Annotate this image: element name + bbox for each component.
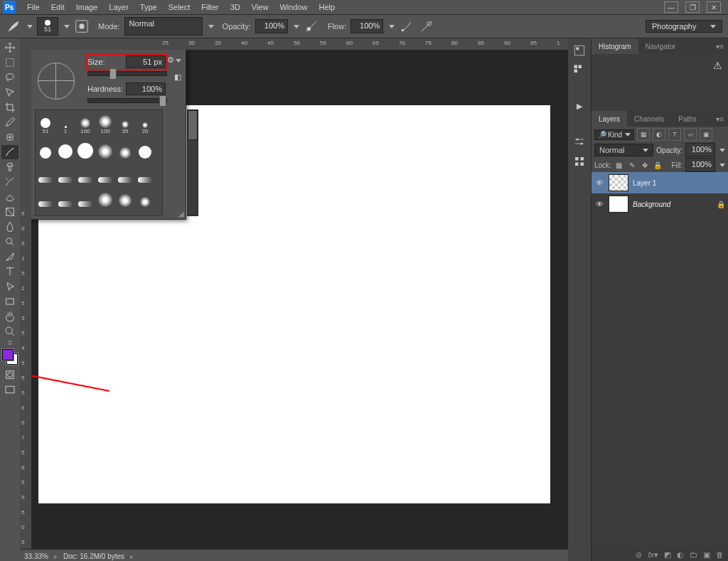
layer-opacity-input[interactable]: 100% [685, 143, 715, 157]
quick-select-tool[interactable] [1, 85, 18, 100]
filter-adjust-icon[interactable]: ◐ [653, 128, 665, 141]
filter-type-icon[interactable]: T [668, 128, 681, 141]
menu-type[interactable]: Type [134, 3, 163, 11]
brush-preset[interactable] [95, 134, 115, 159]
document-info[interactable]: Doc: 16.2M/0 bytes [63, 552, 124, 560]
histogram-warning-icon[interactable]: ⚠ [713, 60, 722, 71]
brush-hardness-input[interactable]: 100% [126, 82, 166, 95]
tab-navigator[interactable]: Navigator [638, 38, 683, 54]
path-select-tool[interactable] [1, 279, 18, 294]
crop-tool[interactable] [1, 100, 18, 114]
layer-thumbnail[interactable] [609, 174, 628, 191]
zoom-tool[interactable] [1, 324, 18, 338]
filter-smart-icon[interactable]: ▣ [700, 128, 712, 141]
tab-channels[interactable]: Channels [627, 111, 671, 127]
history-panel-icon[interactable]: ▶ [572, 98, 587, 114]
menu-image[interactable]: Image [70, 3, 104, 11]
pen-tool[interactable] [1, 250, 18, 264]
brush-preset[interactable]: 100 [95, 110, 115, 134]
brush-tool[interactable] [1, 145, 18, 159]
brush-preset[interactable] [135, 134, 155, 159]
flow-caret[interactable] [389, 25, 395, 28]
brush-preset[interactable] [75, 183, 95, 207]
lock-all-icon[interactable]: 🔒 [653, 160, 663, 170]
brush-preset[interactable] [95, 183, 115, 207]
window-minimize-button[interactable]: — [664, 1, 678, 13]
swap-colors-icon[interactable] [1, 339, 18, 346]
lock-position-icon[interactable]: ✥ [640, 160, 650, 170]
type-tool[interactable] [1, 265, 18, 279]
tab-paths[interactable]: Paths [671, 111, 704, 127]
eraser-tool[interactable] [1, 190, 18, 204]
window-restore-button[interactable]: ❐ [685, 1, 700, 13]
menu-layer[interactable]: Layer [103, 3, 134, 11]
menu-help[interactable]: Help [314, 3, 341, 11]
brush-preset[interactable] [115, 134, 135, 159]
brush-preset[interactable] [55, 159, 75, 183]
brush-preset[interactable] [75, 134, 95, 159]
blur-tool[interactable] [1, 220, 18, 234]
brush-preset[interactable] [115, 207, 135, 216]
move-tool[interactable] [1, 41, 18, 55]
menu-edit[interactable]: Edit [46, 3, 70, 11]
history-brush-tool[interactable] [1, 175, 18, 189]
brush-preset[interactable]: 100 [75, 110, 95, 134]
brush-preset[interactable] [55, 207, 75, 216]
screen-mode-toggle[interactable] [1, 383, 18, 397]
foreground-color-swatch[interactable] [2, 349, 14, 360]
brush-preset[interactable]: 35 [115, 110, 135, 134]
brush-preset[interactable]: 1 [55, 110, 75, 134]
brush-preset[interactable] [75, 159, 95, 183]
opacity-caret[interactable] [294, 25, 299, 28]
menu-file[interactable]: File [21, 3, 46, 11]
brush-preset[interactable]: 50 [95, 207, 115, 216]
brush-preset[interactable] [36, 183, 55, 207]
color-panel-icon[interactable] [572, 43, 587, 58]
layer-name[interactable]: Layer 1 [633, 179, 656, 187]
blend-mode-select[interactable]: Normal [124, 17, 203, 36]
marquee-tool[interactable] [1, 55, 18, 70]
layer-mask-icon[interactable]: ◩ [664, 550, 671, 560]
menu-select[interactable]: Select [163, 3, 196, 11]
brush-preset[interactable] [36, 134, 55, 159]
tablet-pressure-size-icon[interactable] [419, 18, 434, 34]
styles-panel-icon[interactable] [572, 154, 587, 169]
lasso-tool[interactable] [1, 70, 18, 85]
brush-preset[interactable] [36, 207, 55, 216]
lock-transparency-icon[interactable]: ▦ [614, 160, 624, 170]
layers-panel-menu-icon[interactable]: ▾≡ [712, 115, 728, 123]
flow-input[interactable]: 100% [350, 19, 383, 33]
color-swatches[interactable] [2, 349, 18, 365]
brush-preset[interactable] [36, 159, 55, 183]
brush-panel-gear-icon[interactable]: ⚙ [167, 55, 181, 65]
new-group-icon[interactable]: 🗀 [690, 550, 697, 559]
new-layer-icon[interactable]: ▣ [703, 550, 710, 560]
opacity-input[interactable]: 100% [255, 19, 288, 33]
document-viewport[interactable]: Size: 51 px Hardness: 100% ⚙ ◧ 51 1 100 … [31, 50, 569, 550]
layer-thumbnail[interactable] [609, 196, 628, 213]
clone-stamp-tool[interactable] [1, 160, 18, 174]
tab-layers[interactable]: Layers [592, 111, 627, 127]
brush-presets-scrollbar[interactable] [187, 109, 198, 216]
brush-preset[interactable] [115, 183, 135, 207]
panel-resize-grip[interactable]: ◢ [178, 210, 184, 218]
menu-view[interactable]: View [246, 3, 274, 11]
layer-row[interactable]: 👁 Background 🔒 [592, 193, 728, 215]
dodge-tool[interactable] [1, 235, 18, 249]
brush-preset[interactable] [55, 183, 75, 207]
hand-tool[interactable] [1, 309, 18, 324]
layer-visibility-icon[interactable]: 👁 [594, 199, 604, 209]
rectangle-tool[interactable] [1, 294, 18, 309]
brush-preset[interactable] [95, 159, 115, 183]
layer-filter-kind-select[interactable]: 🔎Kind [594, 129, 634, 140]
brush-tool-icon[interactable] [6, 18, 21, 34]
swatches-panel-icon[interactable] [572, 63, 587, 78]
brush-preset[interactable]: 20 [135, 110, 155, 134]
brush-preset[interactable]: 25 [75, 207, 95, 216]
healing-brush-tool[interactable] [1, 130, 18, 144]
workspace-switcher[interactable]: Photography [646, 20, 722, 33]
eyedropper-tool[interactable] [1, 115, 18, 129]
brush-hardness-slider[interactable] [87, 98, 167, 103]
brush-panel-new-preset-icon[interactable]: ◧ [174, 73, 181, 82]
airbrush-toggle-icon[interactable] [399, 18, 414, 34]
